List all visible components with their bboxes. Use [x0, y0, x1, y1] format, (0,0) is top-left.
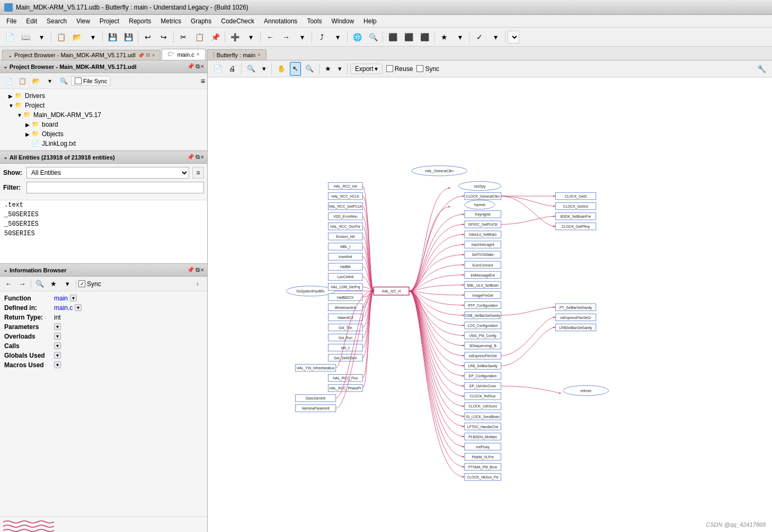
- tree-item-drivers[interactable]: ▶ 📁 Drivers: [0, 91, 207, 101]
- forward-button[interactable]: →: [279, 30, 294, 45]
- info-tag-macros[interactable]: ▾: [54, 361, 61, 368]
- ib-close-icon[interactable]: ×: [201, 267, 204, 273]
- info-tag-function[interactable]: ▾: [70, 295, 77, 302]
- pb-copy-btn[interactable]: 📋: [16, 75, 29, 87]
- tree-item-project[interactable]: ▼ 📁 Project: [0, 101, 207, 110]
- save-all-button[interactable]: 💾: [121, 30, 136, 45]
- nav-dropdown[interactable]: ▾: [295, 30, 309, 45]
- tree-item-main-mdk[interactable]: ▼ 📁 Main_MDK-ARM_V5.17: [0, 110, 207, 120]
- ib-undock-icon[interactable]: ⧉: [196, 267, 200, 273]
- menu-window[interactable]: Window: [327, 16, 358, 26]
- add-dropdown[interactable]: ▾: [243, 30, 258, 45]
- wrench-button[interactable]: 🔧: [754, 62, 769, 76]
- menu-edit[interactable]: Edit: [22, 16, 41, 26]
- call-tree-button[interactable]: ⤴: [314, 30, 329, 45]
- ib-collapse-icon[interactable]: ⌄: [3, 267, 7, 273]
- file-sync-button[interactable]: File Sync: [71, 76, 111, 86]
- menu-reports[interactable]: Reports: [125, 16, 155, 26]
- split-v-button[interactable]: ⬛: [401, 30, 416, 45]
- close-main-c-tab[interactable]: ×: [197, 51, 200, 57]
- pb-open-btn[interactable]: 📂: [30, 75, 42, 87]
- back-button[interactable]: ←: [263, 30, 278, 45]
- menu-metrics[interactable]: Metrics: [156, 16, 185, 26]
- redo-button[interactable]: ↪: [156, 30, 171, 45]
- filter-input[interactable]: [26, 182, 204, 193]
- info-forward-btn[interactable]: →: [16, 278, 29, 290]
- entities-select[interactable]: All Entities: [26, 167, 189, 179]
- entity-item-50series-3[interactable]: 50SERIES: [0, 229, 207, 238]
- pb-open-dropdown-btn[interactable]: ▾: [43, 75, 56, 87]
- menu-file[interactable]: File: [2, 16, 21, 26]
- search-web-button[interactable]: 🔍: [366, 30, 380, 45]
- menu-codecheck[interactable]: CodeCheck: [217, 16, 259, 26]
- pb-search-btn[interactable]: 🔍: [57, 75, 70, 87]
- new-project-button[interactable]: 📋: [54, 30, 68, 45]
- info-sync-checkbox[interactable]: ✓: [78, 280, 85, 287]
- bt-sync-checkbox[interactable]: [416, 65, 423, 72]
- info-tag-calls[interactable]: ▾: [54, 342, 61, 349]
- entity-item-text[interactable]: .text: [0, 200, 207, 210]
- ae-undock-icon[interactable]: ⧉: [196, 154, 200, 161]
- call-tree-dropdown[interactable]: ▾: [330, 30, 345, 45]
- bookmark-dropdown[interactable]: ▾: [452, 30, 467, 45]
- bt-zoom-btn[interactable]: 🔍: [303, 62, 316, 76]
- bt-search-btn[interactable]: 🔍: [244, 62, 258, 76]
- open-dropdown[interactable]: ▾: [34, 30, 49, 45]
- split-h-button[interactable]: ⬛: [385, 30, 400, 45]
- layout-button[interactable]: ⬛: [417, 30, 432, 45]
- check-dropdown[interactable]: ▾: [488, 30, 503, 45]
- check-button[interactable]: ✓: [472, 30, 487, 45]
- web-button[interactable]: 🌐: [350, 30, 365, 45]
- pin-header-icon[interactable]: 📌: [187, 63, 194, 70]
- info-tag-defined-in[interactable]: ▾: [75, 304, 82, 311]
- close-panel-icon[interactable]: ×: [201, 63, 204, 70]
- bt-search-dropdown[interactable]: ▾: [260, 62, 269, 76]
- bt-new-btn[interactable]: 📄: [211, 62, 225, 76]
- ae-collapse-icon[interactable]: ⌄: [3, 154, 7, 160]
- entities-hamburger[interactable]: ≡: [192, 167, 204, 179]
- menu-view[interactable]: View: [72, 16, 94, 26]
- ib-pin-icon[interactable]: 📌: [187, 267, 194, 273]
- main-c-tab[interactable]: C⁺ main.c ×: [162, 49, 205, 60]
- graph-canvas[interactable]: .node-box { fill: white; stroke: #6688cc…: [208, 77, 772, 532]
- copy-button[interactable]: 📋: [192, 30, 207, 45]
- ae-pin-icon[interactable]: 📌: [187, 154, 194, 161]
- info-bookmark-dropdown[interactable]: ▾: [61, 278, 74, 290]
- undo-button[interactable]: ↩: [140, 30, 155, 45]
- add-button[interactable]: ➕: [227, 30, 242, 45]
- bt-print-btn[interactable]: 🖨: [226, 62, 238, 76]
- close-butterfly-tab[interactable]: ×: [258, 52, 261, 58]
- info-tag-overloads[interactable]: ▾: [54, 333, 61, 340]
- menu-search[interactable]: Search: [42, 16, 71, 26]
- open-project-dropdown[interactable]: ▾: [85, 30, 100, 45]
- menu-graphs[interactable]: Graphs: [187, 16, 216, 26]
- butterfly-tab[interactable]: ⟆ Butterfly : main ×: [207, 49, 267, 60]
- new-button[interactable]: 📄: [2, 30, 17, 45]
- paste-button[interactable]: 📌: [208, 30, 223, 45]
- cut-button[interactable]: ✂: [176, 30, 191, 45]
- info-expand-btn[interactable]: ›: [197, 280, 205, 288]
- open-button[interactable]: 📖: [18, 30, 33, 45]
- menu-tools[interactable]: Tools: [303, 16, 326, 26]
- bt-cursor-btn[interactable]: ↖: [290, 62, 301, 76]
- collapse-icon[interactable]: ⌄: [3, 64, 7, 69]
- entity-item-50series-1[interactable]: _50SERIES: [0, 210, 207, 219]
- menu-help[interactable]: Help: [359, 16, 381, 26]
- info-bookmark-btn[interactable]: ★: [47, 278, 60, 290]
- info-tag-globals[interactable]: ▾: [54, 352, 61, 359]
- undock-header-icon[interactable]: ⧉: [196, 63, 200, 70]
- menu-project[interactable]: Project: [95, 16, 123, 26]
- open-project-button[interactable]: 📂: [69, 30, 84, 45]
- bt-hand-btn[interactable]: ✋: [274, 62, 288, 76]
- save-button[interactable]: 💾: [105, 30, 120, 45]
- info-back-btn[interactable]: ←: [2, 278, 15, 290]
- tree-item-jlinklog[interactable]: ▶ 📄 JLinkLog.txt: [0, 139, 207, 148]
- bt-bookmark-btn[interactable]: ★: [322, 62, 334, 76]
- layout-select[interactable]: [508, 31, 519, 43]
- file-sync-checkbox[interactable]: [75, 77, 82, 84]
- project-browser-tab[interactable]: ⌄ Project Browser - Main_MDK-ARM_V5.171.…: [2, 50, 161, 60]
- info-search-btn[interactable]: 🔍: [33, 278, 46, 290]
- tree-item-objects[interactable]: ▶ 📁 Objects: [0, 129, 207, 139]
- export-button[interactable]: Export ▾: [350, 64, 383, 74]
- menu-annotations[interactable]: Annotations: [260, 16, 301, 26]
